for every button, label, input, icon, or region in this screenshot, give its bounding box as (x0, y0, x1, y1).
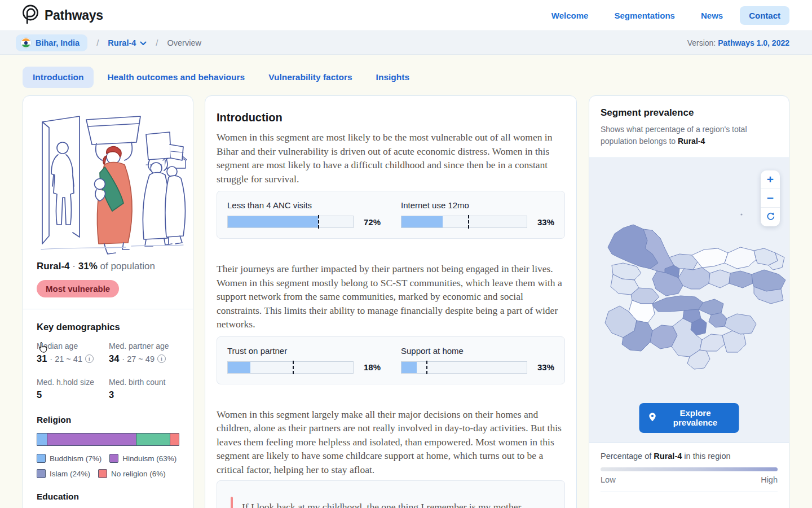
prevalence-scale-caption: Percentage of Rural-4 in this region (601, 452, 778, 461)
segment-name: Rural-4 (37, 261, 70, 271)
brand[interactable]: Pathways (20, 4, 103, 27)
prevalence-map[interactable]: + − Explore prevalence (589, 157, 789, 443)
demo-range: · 27 ~ 49 (122, 354, 155, 364)
breadcrumb: Bihar, India / Rural-4 / Overview (16, 34, 201, 51)
legend-item-islam: Islam (24%) (37, 469, 90, 478)
tab-health-outcomes[interactable]: Health outcomes and behaviours (97, 67, 255, 88)
stat-average-marker (426, 361, 427, 374)
prevalence-description: Shows what percentage of a region's tota… (601, 124, 778, 147)
version-value[interactable]: Pathways 1.0, 2022 (718, 38, 789, 47)
intro-paragraph-1: Women in this segment are most likely to… (217, 130, 565, 186)
stat-value: 18% (359, 362, 381, 372)
nav-item-welcome[interactable]: Welcome (542, 6, 598, 25)
breadcrumb-region-chip[interactable]: Bihar, India (16, 34, 87, 51)
demo-item-partner-age: Med. partner age 34· 27 ~ 49i (109, 341, 179, 364)
zoom-in-button[interactable]: + (761, 170, 780, 189)
stat-bar-track (227, 361, 354, 374)
distribution-segment (170, 433, 179, 445)
top-navigation-bar: Pathways Welcome Segmentations News Cont… (0, 0, 812, 31)
key-demographics-title: Key demographics (37, 322, 179, 332)
stat-average-marker (318, 215, 319, 229)
demo-value: 3 (109, 389, 114, 400)
brand-name: Pathways (45, 8, 103, 23)
india-flag-icon (21, 38, 31, 48)
nav-item-news[interactable]: News (692, 6, 732, 25)
stat-label: Trust on partner (227, 346, 381, 356)
stat-bar-track (227, 216, 354, 228)
stat-label: Less than 4 ANC visits (227, 200, 381, 210)
stat-bar-fill (228, 216, 318, 227)
explore-prevalence-button[interactable]: Explore prevalence (639, 403, 739, 433)
testimonial-quote-card: If I look back at my childhood, the one … (217, 480, 565, 508)
religion-title: Religion (37, 415, 179, 425)
tab-vulnerability-factors[interactable]: Vulnerability factors (258, 67, 362, 88)
stat-bar-track (401, 361, 527, 374)
segment-prevalence-card: Segment prevalence Shows what percentage… (589, 95, 789, 508)
legend-item-buddhism: Buddhism (7%) (37, 454, 102, 463)
demo-label: Med. birth count (109, 378, 179, 387)
map-reset-button[interactable] (761, 208, 780, 226)
bihar-choropleth-map[interactable] (589, 158, 789, 444)
divider (601, 492, 778, 492)
demo-range: · 21 ~ 41 (50, 354, 82, 364)
stat-value: 72% (359, 217, 381, 227)
refresh-icon (766, 211, 775, 224)
breadcrumb-separator: / (156, 38, 158, 47)
legend-label: Islam (24%) (50, 470, 90, 478)
stat-label: Support at home (401, 346, 554, 356)
religion-legend: Buddhism (7%) Hinduism (63%) Islam (24%)… (37, 454, 179, 478)
legend-swatch (98, 469, 107, 478)
demo-label: Med. h.hold size (37, 378, 109, 387)
breadcrumb-separator: / (96, 38, 99, 47)
nav-item-contact[interactable]: Contact (740, 6, 789, 25)
demo-value: 31 (37, 353, 47, 364)
tab-insights[interactable]: Insights (366, 67, 420, 88)
info-icon[interactable]: i (85, 354, 94, 363)
stat-internet-use: Internet use 12mo 33% (401, 200, 554, 228)
breadcrumb-page-label: Overview (167, 38, 201, 47)
prevalence-title: Segment prevalence (601, 107, 778, 119)
legend-label: No religion (6%) (111, 470, 166, 478)
demo-label: Median age (37, 341, 109, 351)
most-vulnerable-badge: Most vulnerable (37, 280, 119, 297)
scale-low-label: Low (601, 475, 616, 484)
segment-population-pct: 31% (78, 261, 98, 271)
demo-item-household-size: Med. h.hold size 5 (37, 378, 109, 400)
stat-bar-track (401, 216, 527, 228)
tab-introduction[interactable]: Introduction (23, 67, 94, 88)
stat-label: Internet use 12mo (401, 200, 554, 210)
education-title: Education (37, 492, 179, 502)
intro-paragraph-3: Women in this segment largely make all t… (217, 408, 565, 477)
prevalence-gradient-scale (601, 467, 778, 471)
map-pin-icon (649, 413, 656, 423)
stat-group-1: Less than 4 ANC visits 72% Internet use … (217, 191, 565, 239)
demo-item-birth-count: Med. birth count 3 (109, 378, 179, 400)
legend-swatch (109, 454, 118, 463)
introduction-content-card: Introduction Women in this segment are m… (205, 95, 577, 508)
breadcrumb-region-label: Bihar, India (36, 38, 80, 47)
caption-suffix: in this region (682, 452, 730, 461)
segment-population-suffix: of population (100, 261, 155, 271)
intro-paragraph-2: Their journeys are further impacted by t… (217, 262, 565, 331)
dot-separator: · (72, 261, 76, 271)
legend-label: Hinduism (63%) (122, 454, 176, 463)
stat-value: 33% (533, 362, 554, 372)
segment-name-row: Rural-4 · 31% of population (23, 257, 193, 272)
info-icon[interactable]: i (157, 354, 166, 363)
pathways-logo-icon (20, 4, 39, 27)
stat-bar-fill (228, 362, 250, 373)
caption-prefix: Percentage of (601, 452, 654, 461)
chevron-down-icon (140, 38, 147, 47)
caption-segment: Rural-4 (654, 452, 682, 461)
segment-illustration (23, 96, 193, 257)
version-label: Version: (687, 38, 716, 47)
breadcrumb-segment-label: Rural-4 (108, 38, 136, 47)
nav-item-segmentations[interactable]: Segmentations (605, 6, 684, 25)
quote-text: If I look back at my childhood, the one … (242, 497, 521, 508)
distribution-segment (47, 433, 136, 445)
explore-prevalence-label: Explore prevalence (661, 408, 730, 427)
zoom-out-button[interactable]: − (761, 189, 780, 208)
legend-swatch (37, 454, 46, 463)
breadcrumb-segment-dropdown[interactable]: Rural-4 (108, 38, 147, 47)
distribution-segment (37, 433, 47, 445)
